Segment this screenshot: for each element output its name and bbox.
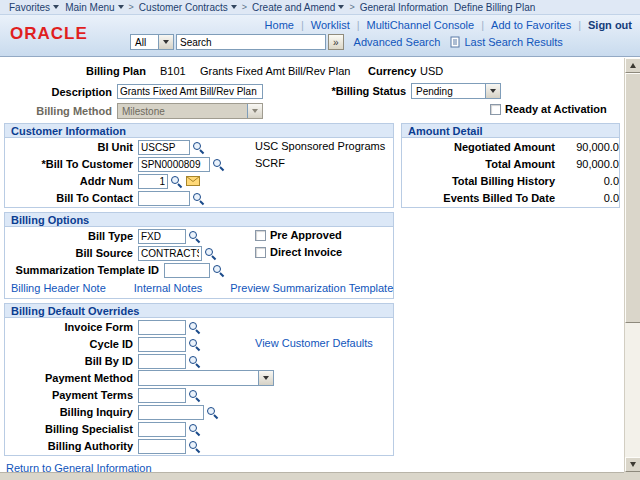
bill-source-input[interactable] [138,246,202,261]
pre-approved-cluster: Pre Approved [255,229,342,241]
vertical-scrollbar[interactable] [624,58,640,472]
search-scope-value: All [131,35,158,49]
top-links: Home | Worklist | MultiChannel Console |… [265,19,632,31]
bill-source-lookup-icon[interactable] [204,247,217,260]
total-amount-value: 90,000.0 [555,158,619,170]
billing-status-select[interactable]: Pending [411,83,501,99]
bill-source-row: Bill Source Direct Invoice [5,245,393,261]
search-input[interactable] [176,34,326,50]
summarization-template-id-lookup-icon[interactable] [212,264,225,277]
chevron-down-icon [118,5,124,9]
billing-authority-input[interactable] [138,439,186,454]
customer-information-box: Customer Information BI Unit USC Sponsor… [4,123,394,208]
bi-unit-lookup-icon[interactable] [192,141,205,154]
breadcrumb-separator: > [242,2,247,12]
total-amount-label: Total Amount [402,158,555,170]
horizontal-scrollbar[interactable] [0,472,624,480]
bill-to-customer-label: *Bill To Customer [9,158,133,170]
payment-terms-lookup-icon[interactable] [188,389,201,402]
billing-method-select: Milestone [117,103,263,119]
sign-out-link[interactable]: Sign out [588,19,632,31]
bill-to-customer-input[interactable] [138,157,210,172]
addr-num-lookup-icon[interactable] [170,175,183,188]
multichannel-console-link[interactable]: MultiChannel Console [367,19,475,31]
breadcrumb-main-menu[interactable]: Main Menu [65,2,123,13]
plan-header-row: Billing Plan B101 Grants Fixed Amt Bill/… [0,64,624,81]
billing-status-value: Pending [412,84,485,98]
advanced-search-link[interactable]: Advanced Search [354,36,441,48]
billing-method-value: Milestone [118,104,247,118]
billing-method-label: Billing Method [0,105,112,117]
addr-num-input[interactable] [138,174,168,189]
pre-approved-checkbox[interactable] [255,230,266,241]
breadcrumb-customer-contracts[interactable]: Customer Contracts [139,2,237,13]
bill-source-label: Bill Source [9,247,133,259]
summarization-template-id-input[interactable] [164,263,210,278]
bill-type-lookup-icon[interactable] [188,230,201,243]
bill-to-customer-lookup-icon[interactable] [212,158,225,171]
bill-to-customer-description: SCRF [255,157,285,169]
bill-by-id-input[interactable] [138,354,186,369]
bi-unit-input[interactable] [138,140,190,155]
cycle-id-input[interactable] [138,337,186,352]
scrollbar-thumb[interactable] [625,73,640,323]
home-link[interactable]: Home [265,19,294,31]
invoice-form-label: Invoice Form [9,321,133,333]
payment-terms-input[interactable] [138,388,186,403]
billing-specialist-input[interactable] [138,422,186,437]
invoice-form-input[interactable] [138,320,186,335]
breadcrumb-create-and-amend[interactable]: Create and Amend [252,2,344,13]
billing-header-note-link[interactable]: Billing Header Note [11,282,106,294]
direct-invoice-checkbox[interactable] [255,247,266,258]
billing-default-overrides-title: Billing Default Overrides [5,304,393,318]
breadcrumb-favorites[interactable]: Favorites [9,2,59,13]
cycle-id-lookup-icon[interactable] [188,338,201,351]
scroll-down-icon [630,462,636,467]
payment-method-select[interactable] [138,370,274,386]
payment-method-label: Payment Method [9,372,133,384]
billing-plan-id: B101 [160,65,186,77]
envelope-icon[interactable] [186,176,200,186]
bi-unit-row: BI Unit USC Sponsored Programs [5,139,393,155]
description-row: Description *Billing Status Pending [0,83,624,100]
description-input[interactable] [117,84,263,99]
breadcrumb-label: Create and Amend [252,2,335,13]
breadcrumb-separator: > [129,2,134,12]
search-scope-select[interactable]: All [130,34,174,50]
bi-unit-label: BI Unit [9,141,133,153]
billing-options-box: Billing Options Bill Type Pre Approved B… [4,212,394,299]
payment-method-row: Payment Method [5,370,393,386]
billing-options-links: Billing Header Note Internal Notes Previ… [5,280,393,296]
breadcrumb-general-information[interactable]: General Information [360,2,448,13]
breadcrumb-separator: > [349,2,354,12]
worklist-link[interactable]: Worklist [311,19,350,31]
ready-at-activation-checkbox[interactable] [490,104,501,115]
bill-to-contact-lookup-icon[interactable] [192,192,205,205]
bill-by-id-row: Bill By ID [5,353,393,369]
internal-notes-link[interactable]: Internal Notes [134,282,202,294]
preview-summarization-template-link[interactable]: Preview Summarization Template [230,282,393,294]
invoice-form-lookup-icon[interactable] [188,321,201,334]
breadcrumb-label: Customer Contracts [139,2,228,13]
billing-authority-lookup-icon[interactable] [188,440,201,453]
scroll-down-button[interactable] [625,457,640,472]
billing-inquiry-lookup-icon[interactable] [206,406,219,419]
billing-specialist-lookup-icon[interactable] [188,423,201,436]
description-label: Description [0,86,112,98]
bill-to-customer-row: *Bill To Customer SCRF [5,156,393,172]
bill-to-contact-input[interactable] [138,191,190,206]
view-customer-defaults-link[interactable]: View Customer Defaults [255,337,373,349]
chevron-down-icon[interactable] [258,371,273,385]
return-to-general-information-link[interactable]: Return to General Information [6,462,152,472]
scroll-up-button[interactable] [625,58,640,73]
search-go-button[interactable]: » [328,34,344,50]
bill-by-id-lookup-icon[interactable] [188,355,201,368]
add-to-favorites-link[interactable]: Add to Favorites [491,19,571,31]
scrollbar-corner [624,472,640,480]
last-search-results-link[interactable]: Last Search Results [464,36,562,48]
bill-type-row: Bill Type Pre Approved [5,228,393,244]
chevron-down-icon[interactable] [485,84,500,98]
billing-inquiry-input[interactable] [138,405,204,420]
bill-type-input[interactable] [138,229,186,244]
chevron-down-icon[interactable] [158,35,173,49]
